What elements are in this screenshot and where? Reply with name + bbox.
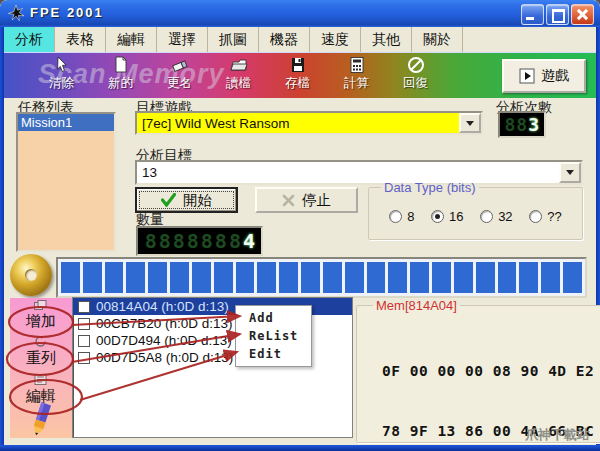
quantity-display: 88888884 — [136, 226, 263, 256]
menu-other[interactable]: 其他 — [361, 27, 412, 52]
progress-bar — [56, 257, 587, 298]
app-icon — [8, 5, 24, 21]
save-button[interactable]: 存檔 — [268, 55, 327, 92]
rename-button[interactable]: 更名 — [150, 55, 209, 92]
cursor-icon — [53, 55, 71, 75]
context-menu-relist[interactable]: ReList — [236, 327, 311, 345]
context-menu-add[interactable]: Add — [236, 309, 311, 327]
floppy-icon — [289, 55, 307, 75]
menu-about[interactable]: 關於 — [412, 27, 463, 52]
refresh-icon — [34, 336, 47, 347]
title-bar[interactable]: FPE 2001 — [0, 0, 600, 27]
site-watermark: 爪神下載站 — [525, 426, 590, 444]
menu-machine[interactable]: 機器 — [259, 27, 310, 52]
task-list-item[interactable]: Mission1 — [18, 114, 114, 131]
start-button[interactable]: 開始 — [135, 187, 238, 213]
radio-unknown[interactable]: ?? — [529, 209, 561, 224]
calc-button[interactable]: 計算 — [327, 55, 386, 92]
restore-button[interactable]: 回復 — [386, 55, 445, 92]
radio-8[interactable]: 8 — [389, 209, 414, 224]
context-menu: Add ReList Edit — [235, 305, 312, 367]
menu-speed[interactable]: 速度 — [310, 27, 361, 52]
checkbox-icon[interactable] — [78, 318, 90, 330]
checkbox-icon[interactable] — [78, 301, 90, 313]
target-game-combo[interactable]: [7ec] Wild West Ransom — [135, 111, 483, 135]
new-button[interactable]: 新的 — [91, 55, 150, 92]
stop-button[interactable]: 停止 — [255, 187, 358, 213]
pencil-icon — [24, 402, 58, 438]
side-toolbar: 增加 重列 編輯 — [10, 298, 74, 438]
eraser-icon — [170, 55, 190, 75]
relist-button[interactable]: 重列 — [10, 349, 72, 368]
radio-icon — [480, 210, 493, 223]
calculator-icon — [348, 55, 366, 75]
minimize-button[interactable] — [521, 4, 544, 25]
data-type-legend: Data Type (bits) — [381, 180, 479, 195]
open-folder-icon — [229, 55, 249, 75]
menu-analyze[interactable]: 分析 — [4, 27, 55, 52]
analysis-count-display: 883 — [498, 111, 546, 138]
add-button[interactable]: 增加 — [10, 312, 72, 331]
menu-table[interactable]: 表格 — [55, 27, 106, 52]
fpe-window: FPE 2001 分析 表格 編輯 選擇 抓圖 機器 速度 其他 關於 Scan… — [0, 0, 600, 451]
undo-icon — [407, 55, 425, 75]
cd-icon — [10, 254, 52, 296]
play-icon — [519, 68, 535, 84]
menu-capture[interactable]: 抓圖 — [208, 27, 259, 52]
load-button[interactable]: 讀檔 — [209, 55, 268, 92]
window-title: FPE 2001 — [30, 5, 104, 20]
close-button[interactable] — [571, 4, 594, 25]
chevron-down-icon[interactable] — [459, 113, 481, 133]
checkbox-icon[interactable] — [78, 352, 90, 364]
memory-panel-title: Mem[814A04] — [373, 298, 460, 313]
radio-32[interactable]: 32 — [480, 209, 512, 224]
menu-select[interactable]: 選擇 — [157, 27, 208, 52]
context-menu-edit[interactable]: Edit — [236, 345, 311, 363]
data-type-group: Data Type (bits) 8 16 32 ?? — [368, 180, 583, 240]
note-icon — [34, 374, 47, 385]
memory-panel: Mem[814A04] 0F 00 00 00 08 90 4D E2 78 9… — [356, 298, 600, 443]
radio-16[interactable]: 16 — [431, 209, 463, 224]
menu-edit[interactable]: 編輯 — [106, 27, 157, 52]
radio-icon — [389, 210, 402, 223]
task-list[interactable]: Mission1 — [16, 112, 116, 252]
radio-icon — [431, 210, 444, 223]
toolbar: Scan Memory 清除 新的 更名 讀檔 — [4, 52, 596, 98]
menu-bar: 分析 表格 編輯 選擇 抓圖 機器 速度 其他 關於 — [4, 27, 596, 53]
cards-icon — [34, 300, 47, 311]
game-button[interactable]: 遊戲 — [502, 59, 586, 93]
cross-icon — [282, 194, 295, 207]
checkbox-icon[interactable] — [78, 335, 90, 347]
check-icon — [161, 193, 176, 207]
clear-button[interactable]: 清除 — [32, 55, 91, 92]
maximize-button[interactable] — [546, 4, 569, 25]
new-page-icon — [112, 55, 130, 75]
radio-icon — [529, 210, 542, 223]
